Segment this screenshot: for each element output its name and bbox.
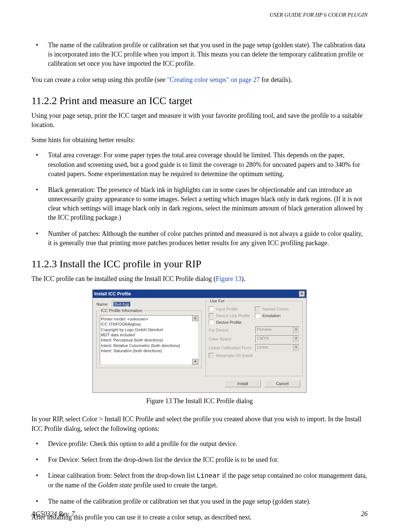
named-colors-checkbox <box>255 306 260 312</box>
cancel-button[interactable]: Cancel <box>264 380 300 387</box>
icc-profile-info-group: ICC Profile Information: Printer model: … <box>96 310 202 368</box>
color-space-label: Color Space: <box>209 337 253 341</box>
for-device-value: Preview <box>256 327 293 333</box>
main-content: The name of the calibration profile or c… <box>31 41 368 528</box>
dialog-titlebar: Install ICC Profile × <box>93 290 306 298</box>
bullet-total-area: Total area coverage: For some paper type… <box>31 151 368 179</box>
text: for details). <box>260 76 292 83</box>
icc-info-line: Intent: Saturation (both directions) <box>101 348 197 353</box>
section-11-2-2-heading: 11.2.2 Print and measure an ICC target <box>31 95 368 107</box>
running-header: USER GUIDE FOR HP 6 COLOR PLUGIN <box>269 12 368 18</box>
sec-1123-p2: In your RIP, select Color > Install ICC … <box>31 415 368 433</box>
for-device-select[interactable]: Preview ▼ <box>255 326 299 334</box>
creating-color-setups-link[interactable]: "Creating color setups" on page 27 <box>167 76 260 83</box>
icc-info-line: ICC IT8/FOGRA/gloss <box>101 322 197 327</box>
scroll-up-icon[interactable]: ▲ <box>192 315 198 321</box>
linear-cal-label: Linear Calibration From: <box>209 346 253 350</box>
color-space-value: CMYK <box>256 336 293 342</box>
intro-bullet: The name of the calibration profile or c… <box>31 41 368 69</box>
code-linear: Linear <box>197 472 221 480</box>
name-label: Name: <box>96 302 108 306</box>
device-link-checkbox <box>209 313 214 318</box>
use-for-group: Use For: Input Profile Named Colors <box>205 301 303 376</box>
color-space-select[interactable]: CMYK ▼ <box>255 335 299 343</box>
scroll-down-icon[interactable]: ▼ <box>192 359 198 365</box>
name-field[interactable]: Bvd-fogr <box>112 301 132 308</box>
bullet-black-gen: Black generation: The presence of black … <box>31 185 368 223</box>
bullet-for-device: For Device: Select from the drop-down li… <box>31 455 368 464</box>
device-profile-label: Device Profile: <box>216 320 242 325</box>
sec-1122-p1: Using your page setup, print the ICC tar… <box>31 111 368 130</box>
for-device-label: For Device: <box>209 328 253 332</box>
footer-doc-id: AG50324 Rev. 7 <box>31 510 75 518</box>
figure-13-caption: Figure 13 The Install ICC Profile dialog <box>31 397 368 406</box>
device-profile-checkbox[interactable] <box>209 320 214 325</box>
icc-info-textarea[interactable]: Printer model: <unknown> ICC IT8/FOGRA/g… <box>100 315 198 365</box>
icc-info-line: Copyright by Logo GmbH Steinfurt <box>101 327 197 332</box>
icc-info-line: MDT data included <box>101 332 197 337</box>
chevron-down-icon: ▼ <box>293 344 299 351</box>
named-colors-label: Named Colors <box>262 307 288 311</box>
footer: AG50324 Rev. 7 26 <box>31 510 368 518</box>
text: The ICC profile can be installed using t… <box>31 275 216 282</box>
resample-checkbox <box>209 353 214 358</box>
linear-cal-select[interactable]: Linear ▼ <box>255 344 299 351</box>
dialog-title: Install ICC Profile <box>94 291 131 296</box>
sec-1123-p1: The ICC profile can be installed using t… <box>31 274 368 284</box>
section-11-2-3-heading: 11.2.3 Install the ICC profile in your R… <box>31 258 368 270</box>
text: Linear calibration from: Select from the… <box>48 472 197 479</box>
bullet-num-patches: Number of patches: Although the number o… <box>31 229 368 248</box>
text: You can create a color setup using this … <box>31 76 167 83</box>
bullet-cal-profile-name: The name of the calibration profile or c… <box>31 497 368 506</box>
text: ). <box>241 275 245 282</box>
emulation-label: Emulation <box>262 313 280 318</box>
text: profile used to create the target. <box>132 481 218 489</box>
close-icon[interactable]: × <box>299 291 305 297</box>
icc-info-legend: ICC Profile Information: <box>100 308 144 313</box>
chevron-down-icon: ▼ <box>293 327 299 333</box>
install-icc-profile-dialog-figure: Install ICC Profile × Name: Bvd-fogr ICC… <box>92 289 307 393</box>
input-profile-label: Input Profile <box>216 307 238 311</box>
install-button[interactable]: Install <box>225 380 261 387</box>
chevron-down-icon: ▼ <box>293 336 299 342</box>
bullet-linear-cal: Linear calibration from: Select from the… <box>31 471 368 490</box>
icc-info-line: Intent: Perceptual (both directions) <box>101 337 197 343</box>
linear-cal-value: Linear <box>256 344 293 351</box>
bullet-device-profile: Device profile: Check this option to add… <box>31 439 368 449</box>
create-setup-paragraph: You can create a color setup using this … <box>31 75 368 85</box>
icc-info-line: Intent: Relative Colormetric (both direc… <box>101 343 197 348</box>
footer-page-number: 26 <box>361 510 368 518</box>
input-profile-checkbox[interactable] <box>209 306 214 312</box>
emulation-checkbox[interactable] <box>255 313 260 318</box>
icc-info-line: Printer model: <unknown> <box>101 316 197 322</box>
figure-13-link[interactable]: Figure 13 <box>216 275 242 282</box>
resample-label: Resample On Install <box>216 353 253 358</box>
golden-state-italic: Golden state <box>98 481 132 489</box>
sec-1122-p2: Some hints for obtaining better results: <box>31 135 368 145</box>
device-link-label: Device Link Profile <box>216 313 250 318</box>
use-for-legend: Use For: <box>209 299 226 303</box>
install-icc-profile-dialog: Install ICC Profile × Name: Bvd-fogr ICC… <box>92 289 307 393</box>
